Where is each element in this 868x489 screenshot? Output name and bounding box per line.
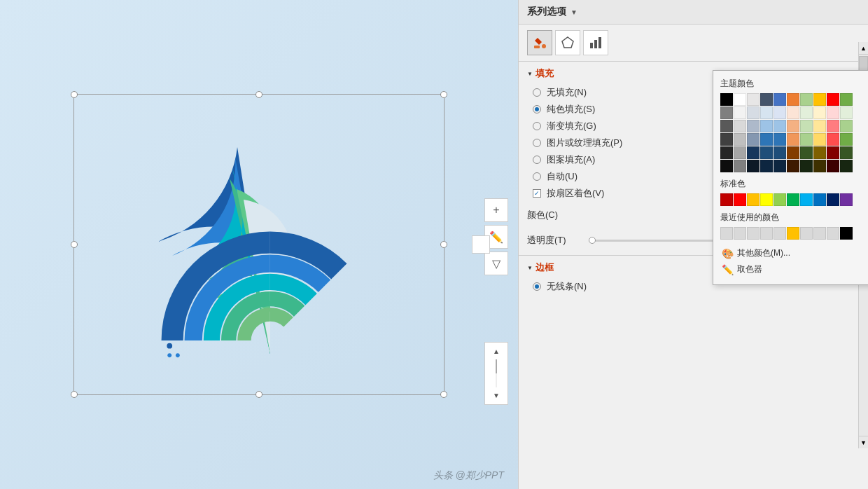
theme-color-cell[interactable] xyxy=(747,146,760,159)
theme-color-cell[interactable] xyxy=(760,133,773,146)
tab-shape[interactable] xyxy=(555,30,580,55)
handle-tr[interactable] xyxy=(440,91,447,98)
radio-none[interactable] xyxy=(533,88,541,97)
theme-color-cell[interactable] xyxy=(800,106,813,119)
handle-ml[interactable] xyxy=(71,241,78,248)
theme-color-cell[interactable] xyxy=(840,106,853,119)
theme-color-cell[interactable] xyxy=(760,146,773,159)
theme-color-cell[interactable] xyxy=(787,120,799,132)
theme-color-cell[interactable] xyxy=(840,146,853,159)
handle-tl[interactable] xyxy=(71,91,78,98)
standard-color-cell[interactable] xyxy=(800,193,813,206)
theme-color-cell[interactable] xyxy=(813,133,826,146)
handle-mr[interactable] xyxy=(440,241,447,248)
theme-color-cell[interactable] xyxy=(774,120,786,132)
theme-color-cell[interactable] xyxy=(787,160,799,172)
theme-color-cell[interactable] xyxy=(747,160,760,172)
theme-color-cell[interactable] xyxy=(747,106,760,119)
scroll-down-arrow[interactable]: ▼ xyxy=(493,392,500,399)
collapse-triangle[interactable]: ▼ xyxy=(527,71,533,77)
recent-color-cell[interactable] xyxy=(774,227,786,240)
recent-color-cell[interactable] xyxy=(734,227,746,240)
theme-color-cell[interactable] xyxy=(827,146,839,159)
theme-color-cell[interactable] xyxy=(787,133,799,146)
handle-br[interactable] xyxy=(440,391,447,398)
theme-color-cell[interactable] xyxy=(774,93,786,106)
tab-fill[interactable] xyxy=(527,30,552,55)
panel-scroll-up[interactable]: ▲ xyxy=(859,42,868,55)
theme-color-cell[interactable] xyxy=(813,160,826,172)
theme-color-cell[interactable] xyxy=(800,133,813,146)
tab-chart[interactable] xyxy=(583,30,608,55)
theme-color-cell[interactable] xyxy=(840,160,853,172)
panel-scroll-down[interactable]: ▼ xyxy=(859,436,868,448)
theme-color-cell[interactable] xyxy=(747,120,760,132)
theme-color-cell[interactable] xyxy=(774,146,786,159)
standard-color-cell[interactable] xyxy=(827,193,839,206)
theme-color-cell[interactable] xyxy=(813,146,826,159)
recent-color-cell[interactable] xyxy=(813,227,826,240)
radio-solid[interactable] xyxy=(533,105,541,113)
theme-color-cell[interactable] xyxy=(760,120,773,132)
theme-color-cell[interactable] xyxy=(774,133,786,146)
eyedropper-action[interactable]: ✏️ 取色器 xyxy=(720,261,866,277)
recent-color-cell[interactable] xyxy=(720,227,733,240)
recent-color-cell[interactable] xyxy=(800,227,813,240)
standard-color-cell[interactable] xyxy=(720,193,733,206)
add-button[interactable]: + xyxy=(484,198,508,222)
theme-color-cell[interactable] xyxy=(734,106,746,119)
theme-color-cell[interactable] xyxy=(827,133,839,146)
theme-color-cell[interactable] xyxy=(800,93,813,106)
theme-color-cell[interactable] xyxy=(760,93,773,106)
theme-color-cell[interactable] xyxy=(787,106,799,119)
standard-color-cell[interactable] xyxy=(760,193,773,206)
radio-auto[interactable] xyxy=(533,172,541,181)
theme-color-cell[interactable] xyxy=(760,106,773,119)
theme-color-cell[interactable] xyxy=(827,120,839,132)
theme-color-cell[interactable] xyxy=(760,160,773,172)
standard-color-cell[interactable] xyxy=(774,193,786,206)
white-square[interactable] xyxy=(472,235,490,254)
panel-title-arrow[interactable]: ▼ xyxy=(570,8,578,16)
canvas-scroll[interactable]: ▲ ▼ xyxy=(484,342,508,405)
theme-color-cell[interactable] xyxy=(787,146,799,159)
handle-tc[interactable] xyxy=(255,91,262,98)
theme-color-cell[interactable] xyxy=(827,160,839,172)
radio-border-none[interactable] xyxy=(533,282,541,291)
recent-color-cell[interactable] xyxy=(760,227,773,240)
theme-color-cell[interactable] xyxy=(774,106,786,119)
radio-picture[interactable] xyxy=(533,139,541,147)
theme-color-cell[interactable] xyxy=(720,160,733,172)
theme-color-cell[interactable] xyxy=(800,146,813,159)
standard-color-cell[interactable] xyxy=(840,193,853,206)
recent-color-cell[interactable] xyxy=(827,227,839,240)
scroll-up-arrow[interactable]: ▲ xyxy=(493,347,500,355)
standard-color-cell[interactable] xyxy=(747,193,760,206)
theme-color-cell[interactable] xyxy=(747,133,760,146)
theme-color-cell[interactable] xyxy=(720,133,733,146)
theme-color-cell[interactable] xyxy=(787,93,799,106)
radio-pattern[interactable] xyxy=(533,156,541,164)
recent-color-cell[interactable] xyxy=(787,227,799,240)
other-colors-action[interactable]: 🎨 其他颜色(M)... xyxy=(720,245,866,261)
theme-color-cell[interactable] xyxy=(827,106,839,119)
theme-color-cell[interactable] xyxy=(840,133,853,146)
standard-color-cell[interactable] xyxy=(787,193,799,206)
recent-color-cell[interactable] xyxy=(747,227,760,240)
theme-color-cell[interactable] xyxy=(827,93,839,106)
border-collapse-triangle[interactable]: ▼ xyxy=(527,265,533,271)
theme-color-cell[interactable] xyxy=(800,120,813,132)
standard-color-cell[interactable] xyxy=(813,193,826,206)
theme-color-cell[interactable] xyxy=(734,146,746,159)
theme-color-cell[interactable] xyxy=(800,160,813,172)
theme-color-cell[interactable] xyxy=(734,133,746,146)
theme-color-cell[interactable] xyxy=(720,106,733,119)
handle-bl[interactable] xyxy=(71,391,78,398)
theme-color-cell[interactable] xyxy=(813,120,826,132)
theme-color-cell[interactable] xyxy=(734,160,746,172)
radio-gradient[interactable] xyxy=(533,122,541,130)
theme-color-cell[interactable] xyxy=(734,93,746,106)
theme-color-cell[interactable] xyxy=(747,93,760,106)
theme-color-cell[interactable] xyxy=(720,120,733,132)
theme-color-cell[interactable] xyxy=(720,93,733,106)
